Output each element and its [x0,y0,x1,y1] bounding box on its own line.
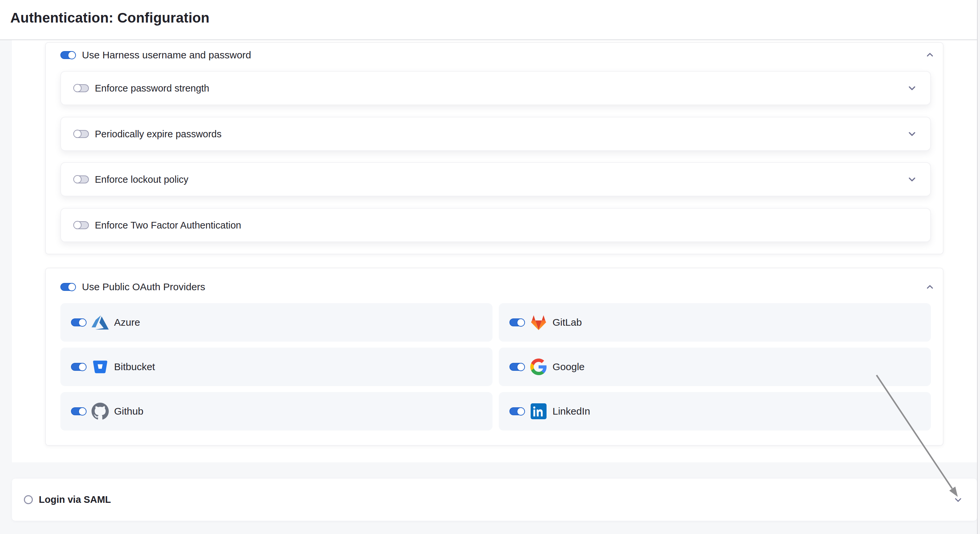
authentication-configuration-page: Authentication: Configuration Use Harnes… [0,0,980,534]
toggle-knob [517,407,525,416]
google-icon [530,358,547,375]
provider-tile-gitlab: GitLab [499,303,931,342]
google-toggle[interactable] [509,363,525,371]
provider-label: Google [552,361,585,372]
chevron-down-icon[interactable] [907,129,917,139]
provider-tile-github: Github [60,392,493,431]
toggle-knob [78,318,87,327]
provider-tile-google: Google [499,348,931,386]
harness-login-toggle[interactable] [60,51,76,59]
policy-row-label: Enforce lockout policy [95,174,188,185]
toggle-knob [73,175,81,183]
bitbucket-toggle[interactable] [71,363,86,371]
page-header: Authentication: Configuration [0,0,980,40]
chevron-down-icon[interactable] [954,496,963,504]
toggle-knob [73,84,81,92]
password-auth-section: Use Harness username and password Enforc… [45,42,943,254]
chevron-down-icon[interactable] [907,175,917,184]
oauth-section: Use Public OAuth Providers Azure [45,268,943,446]
auth-settings-panel: Use Harness username and password Enforc… [12,40,977,462]
provider-label: Azure [114,317,140,328]
provider-label: Bitbucket [114,361,155,372]
linkedin-icon [530,403,547,420]
chevron-up-icon[interactable] [925,50,935,59]
azure-icon [92,314,109,331]
provider-tile-bitbucket: Bitbucket [60,348,493,386]
scrollbar-track[interactable] [977,0,980,534]
page-title: Authentication: Configuration [10,11,210,25]
toggle-knob [78,407,87,416]
toggle-knob [78,363,87,371]
oauth-provider-grid: Azure [60,303,931,431]
toggle-knob [73,130,81,138]
oauth-section-label: Use Public OAuth Providers [82,281,205,293]
toggle-knob [68,51,76,59]
toggle-knob [517,318,525,327]
toggle-knob [517,363,525,371]
policy-row-expire-passwords: Periodically expire passwords [60,117,931,151]
policy-row-two-factor: Enforce Two Factor Authentication [60,208,931,242]
chevron-down-icon[interactable] [907,83,917,93]
password-section-label: Use Harness username and password [82,49,251,61]
policy-row-label: Enforce Two Factor Authentication [95,220,241,230]
provider-label: Github [114,406,143,417]
policy-row-password-strength: Enforce password strength [60,71,931,105]
policy-row-label: Periodically expire passwords [95,129,221,139]
provider-label: GitLab [552,317,582,328]
saml-radio[interactable] [24,495,33,504]
password-strength-toggle[interactable] [74,84,89,92]
bitbucket-icon [92,358,109,375]
github-toggle[interactable] [71,407,86,415]
github-icon [92,403,109,420]
oauth-providers-toggle[interactable] [60,283,76,291]
policy-row-label: Enforce password strength [95,83,209,94]
gitlab-toggle[interactable] [509,318,525,326]
policy-row-lockout-policy: Enforce lockout policy [60,162,931,196]
toggle-knob [68,283,76,291]
gitlab-icon [530,314,547,331]
provider-label: LinkedIn [552,406,590,417]
saml-label: Login via SAML [39,494,111,505]
expire-passwords-toggle[interactable] [74,130,89,138]
provider-tile-azure: Azure [60,303,493,342]
chevron-up-icon[interactable] [925,282,935,292]
lockout-policy-toggle[interactable] [74,175,89,183]
toggle-knob [73,221,81,229]
saml-section: Login via SAML [12,478,977,521]
two-factor-toggle[interactable] [74,221,89,229]
linkedin-toggle[interactable] [509,407,525,415]
provider-tile-linkedin: LinkedIn [499,392,931,431]
azure-toggle[interactable] [71,318,86,326]
